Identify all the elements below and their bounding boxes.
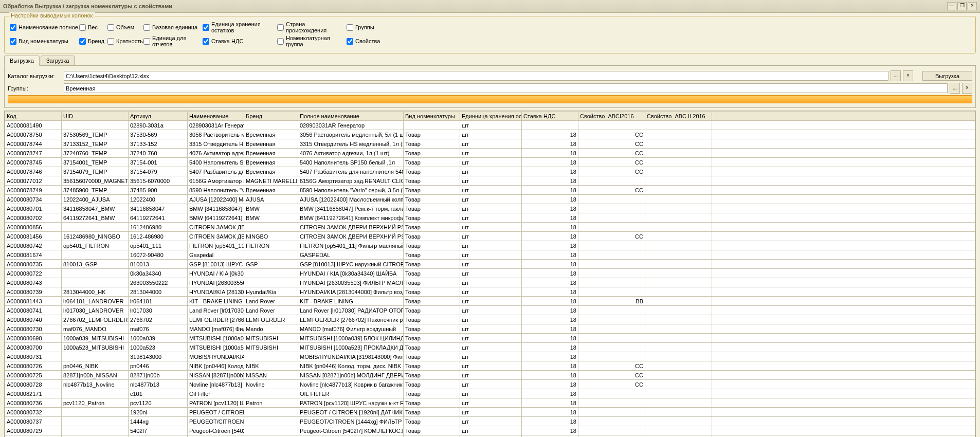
cell: 37240760_TEMP xyxy=(62,149,129,158)
browse-button[interactable]: ... xyxy=(891,70,901,81)
restore-icon[interactable]: ❐ xyxy=(957,2,967,10)
cell: PATRON [pcv1120] Ш xyxy=(188,398,244,408)
table-row[interactable]: A00000814561612486980_NINGBO1612-486980C… xyxy=(5,232,975,241)
checkbox-Ставка НДС[interactable] xyxy=(203,38,209,45)
checkbox-Единица хранения остатков[interactable] xyxy=(203,24,209,31)
cell: Товар xyxy=(404,417,460,426)
table-row[interactable]: A000008070134116858047_BMW34116858047BMW… xyxy=(5,204,975,213)
table-row[interactable]: A0000080728nlc4877b13_Novlinenlc4877b13N… xyxy=(5,380,975,389)
tab-import[interactable]: Загрузка xyxy=(41,56,75,66)
cell xyxy=(645,195,712,204)
table-row[interactable]: A000007874537154001_TEMP37154-0015400 На… xyxy=(5,158,975,167)
table-row[interactable]: A000008070264119272641_BMW64119272641BMW… xyxy=(5,213,975,223)
cell xyxy=(645,417,712,426)
cell: Land Rover xyxy=(244,297,298,306)
column-header[interactable]: Артикул xyxy=(129,112,188,121)
close-icon[interactable]: × xyxy=(968,2,977,10)
table-row[interactable]: A0000080741lr017030_LANDROVERlr017030Lan… xyxy=(5,306,975,315)
table-row[interactable]: A0000077012356156070000_MAGNETT35615-607… xyxy=(5,176,975,186)
groups-input[interactable] xyxy=(64,83,948,93)
table-row[interactable]: A00000808561612486980CITROEN ЗАМОК ДВЕРИ… xyxy=(5,223,975,232)
column-header[interactable]: UID xyxy=(62,112,129,121)
table-row[interactable]: A000007874737240760_TEMP37240-7604076 Ак… xyxy=(5,149,975,158)
column-header[interactable]: Свойство_ABCI2016 xyxy=(578,112,645,121)
groups-browse-button[interactable]: ... xyxy=(950,83,960,94)
table-row[interactable]: A000007874937485900_TEMP37485-9008590 На… xyxy=(5,186,975,195)
cell: MITSUBISHI [1000a523] ПРОКЛАДКИ ДВ xyxy=(298,343,404,352)
table-row[interactable]: A000007874437133152_TEMP37133-1523315 От… xyxy=(5,139,975,149)
checkbox-Кратность[interactable] xyxy=(107,38,114,45)
checkbox-Номенклатурная группа[interactable] xyxy=(277,38,284,45)
table-row[interactable]: A00000807321920nlPEUGEOT / CITROENPEUGEO… xyxy=(5,408,975,417)
table-row[interactable]: A0000080726pn0446_NIBKpn0446NIBK [pn0446… xyxy=(5,361,975,371)
table-row[interactable]: A0000080738fap3310_PILENGAfap3310PILENGA… xyxy=(5,435,975,438)
table-row[interactable]: A000008073412022400_AJUSA12022400AJUSA [… xyxy=(5,195,975,204)
table-row[interactable]: A000008149002890-3031a028903031Ar Генера… xyxy=(5,121,975,130)
column-header[interactable]: Бренд xyxy=(244,112,298,121)
cell: PEUGEOT/CITROEN xyxy=(188,417,244,426)
table-row[interactable]: A00000807001000a523_MITSUBISHI1000a523MI… xyxy=(5,343,975,352)
table-row[interactable]: A00000807313198143000MOBIS/HYUNDAI/KIAMO… xyxy=(5,352,975,361)
table-row[interactable]: A000008167416072-90480GaspedalGASPEDALТо… xyxy=(5,250,975,260)
table-row[interactable]: A0000080735810013_GSP810013GSP [810013] … xyxy=(5,260,975,269)
checkbox-Группы[interactable] xyxy=(347,24,353,31)
table-row[interactable]: A00000807220k30a34340HYUNDAI / KIA [0k30… xyxy=(5,269,975,278)
cell: шт xyxy=(460,149,522,158)
checkbox-Свойства[interactable] xyxy=(347,38,353,45)
cell: A0000080856 xyxy=(5,223,62,232)
checkbox-Страна происхождения[interactable] xyxy=(277,24,284,31)
cell: CC xyxy=(578,371,645,380)
checkbox-Базовая единица[interactable] xyxy=(143,24,150,31)
checkbox-Бренд[interactable] xyxy=(79,38,86,45)
table-row[interactable]: A00000807295402l7Peugeot-Citroen [5402Pe… xyxy=(5,426,975,435)
cell: A0000080738 xyxy=(5,435,62,438)
table-row[interactable]: A000007875037530569_TEMP37530-5693056 Ра… xyxy=(5,130,975,139)
cell: lr064181_LANDROVER xyxy=(62,297,129,306)
table-row[interactable]: A0000082171c101Oil FilterOIL FILTERТовар… xyxy=(5,389,975,398)
column-header[interactable]: Единница хранения остатков xyxy=(460,112,522,121)
table-row[interactable]: A000007874637154079_TEMP37154-0795407 Ра… xyxy=(5,167,975,176)
cell: A0000080702 xyxy=(5,213,62,223)
cell: MANDO [maf076] Фил xyxy=(188,324,244,334)
table-row[interactable]: A0000080730maf076_MANDOmaf076MANDO [maf0… xyxy=(5,324,975,334)
checkbox-Вид номенклатуры[interactable] xyxy=(10,38,16,45)
export-button[interactable]: Выгрузка xyxy=(922,71,972,81)
cell: 37154079_TEMP xyxy=(62,167,129,176)
column-header[interactable]: Код xyxy=(5,112,62,121)
column-header[interactable]: Свойство_ABC II 2016 xyxy=(645,112,712,121)
data-grid[interactable]: КодUIDАртикулНаименованиеБрендПолное наи… xyxy=(4,111,976,437)
column-header[interactable]: Наименование xyxy=(188,112,244,121)
tab-export[interactable]: Выгрузка xyxy=(4,56,40,66)
clear-groups-button[interactable]: × xyxy=(962,83,972,94)
table-row[interactable]: A0000080743263003550222HYUNDAI [26300355… xyxy=(5,278,975,287)
table-row[interactable]: A00000806981000a039_MITSUBISHI1000a039MI… xyxy=(5,334,975,343)
table-row[interactable]: A0000080742op5401_FILTRONop5401_111FILTR… xyxy=(5,241,975,250)
checkbox-label: Единица для отчетов xyxy=(152,35,203,47)
cell: Товар xyxy=(404,380,460,389)
cell: 18 xyxy=(522,278,578,287)
checkbox-Объем[interactable] xyxy=(107,24,114,31)
table-row[interactable]: A00000807402766702_LEMFOERDER2766702LEMF… xyxy=(5,315,975,324)
cell: BMW [64119272641] Комплект микрофи xyxy=(298,213,404,223)
cell: BMW [34116858047] Р xyxy=(188,204,244,213)
cell: pn0446 xyxy=(129,361,188,371)
table-row[interactable]: A00000807371444xgPEUGEOT/CITROENPEUGEOT/… xyxy=(5,417,975,426)
table-row[interactable]: A00000807392813044000_HK2813044000HYUNDA… xyxy=(5,287,975,297)
cell xyxy=(244,269,298,278)
checkbox-Вес[interactable] xyxy=(79,24,86,31)
cell xyxy=(62,389,129,398)
checkbox-label: Базовая единица xyxy=(152,24,197,30)
table-row[interactable]: A000008072582871jn00b_NISSAN82871jn00bNI… xyxy=(5,371,975,380)
cell: 18 xyxy=(522,158,578,167)
minimize-icon[interactable]: — xyxy=(947,2,956,10)
catalog-input[interactable] xyxy=(64,71,888,81)
clear-catalog-button[interactable]: × xyxy=(903,70,913,81)
checkbox-Единица для отчетов[interactable] xyxy=(143,38,150,45)
table-row[interactable]: A0000080736pcv1120_Patronpcv1120PATRON [… xyxy=(5,398,975,408)
checkbox-Наименование полное[interactable] xyxy=(10,24,16,31)
table-row[interactable]: A0000081443lr064181_LANDROVERlr064181KIT… xyxy=(5,297,975,306)
column-header[interactable]: Полное наименование xyxy=(298,112,404,121)
column-header[interactable]: Вид номенклатуры xyxy=(404,112,460,121)
column-header[interactable]: Ставка НДС xyxy=(522,112,578,121)
cell xyxy=(578,408,645,417)
